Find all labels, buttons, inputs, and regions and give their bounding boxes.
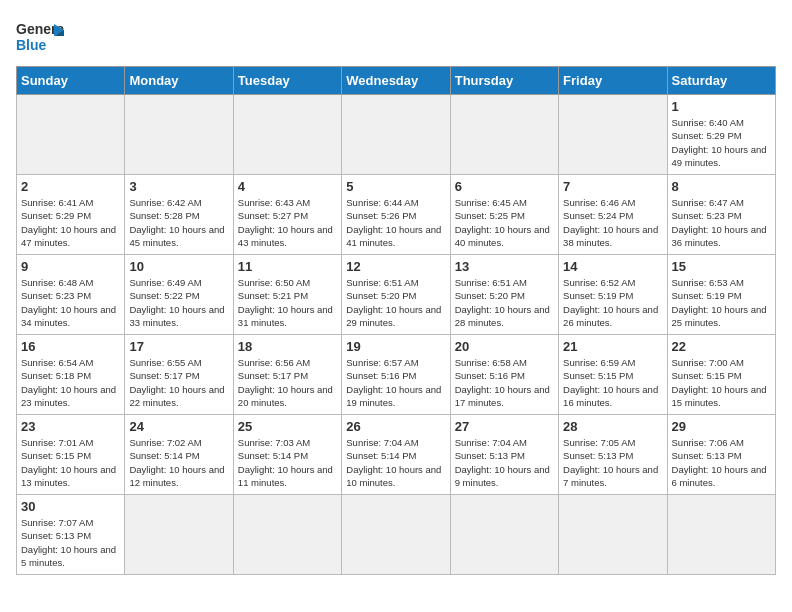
day-info: Sunrise: 6:45 AMSunset: 5:25 PMDaylight:… (455, 196, 554, 249)
day-info: Sunrise: 7:03 AMSunset: 5:14 PMDaylight:… (238, 436, 337, 489)
calendar-cell (450, 95, 558, 175)
day-info: Sunrise: 6:41 AMSunset: 5:29 PMDaylight:… (21, 196, 120, 249)
day-info: Sunrise: 6:59 AMSunset: 5:15 PMDaylight:… (563, 356, 662, 409)
day-number: 14 (563, 259, 662, 274)
calendar-cell: 5Sunrise: 6:44 AMSunset: 5:26 PMDaylight… (342, 175, 450, 255)
calendar-cell: 7Sunrise: 6:46 AMSunset: 5:24 PMDaylight… (559, 175, 667, 255)
day-info: Sunrise: 6:47 AMSunset: 5:23 PMDaylight:… (672, 196, 771, 249)
day-number: 24 (129, 419, 228, 434)
calendar-cell (125, 495, 233, 575)
day-info: Sunrise: 7:04 AMSunset: 5:14 PMDaylight:… (346, 436, 445, 489)
header: General Blue (16, 16, 776, 56)
weekday-thursday: Thursday (450, 67, 558, 95)
weekday-saturday: Saturday (667, 67, 775, 95)
calendar-cell: 21Sunrise: 6:59 AMSunset: 5:15 PMDayligh… (559, 335, 667, 415)
day-info: Sunrise: 6:43 AMSunset: 5:27 PMDaylight:… (238, 196, 337, 249)
day-info: Sunrise: 6:50 AMSunset: 5:21 PMDaylight:… (238, 276, 337, 329)
week-row-5: 23Sunrise: 7:01 AMSunset: 5:15 PMDayligh… (17, 415, 776, 495)
weekday-wednesday: Wednesday (342, 67, 450, 95)
week-row-4: 16Sunrise: 6:54 AMSunset: 5:18 PMDayligh… (17, 335, 776, 415)
day-info: Sunrise: 7:01 AMSunset: 5:15 PMDaylight:… (21, 436, 120, 489)
calendar-cell: 13Sunrise: 6:51 AMSunset: 5:20 PMDayligh… (450, 255, 558, 335)
weekday-monday: Monday (125, 67, 233, 95)
day-number: 21 (563, 339, 662, 354)
weekday-header: SundayMondayTuesdayWednesdayThursdayFrid… (17, 67, 776, 95)
calendar-cell: 6Sunrise: 6:45 AMSunset: 5:25 PMDaylight… (450, 175, 558, 255)
logo-icon: General Blue (16, 16, 64, 56)
day-number: 1 (672, 99, 771, 114)
day-info: Sunrise: 7:02 AMSunset: 5:14 PMDaylight:… (129, 436, 228, 489)
calendar-cell: 24Sunrise: 7:02 AMSunset: 5:14 PMDayligh… (125, 415, 233, 495)
day-number: 26 (346, 419, 445, 434)
day-number: 27 (455, 419, 554, 434)
day-number: 7 (563, 179, 662, 194)
calendar-cell (450, 495, 558, 575)
day-info: Sunrise: 6:56 AMSunset: 5:17 PMDaylight:… (238, 356, 337, 409)
calendar-cell: 15Sunrise: 6:53 AMSunset: 5:19 PMDayligh… (667, 255, 775, 335)
day-number: 6 (455, 179, 554, 194)
week-row-1: 1Sunrise: 6:40 AMSunset: 5:29 PMDaylight… (17, 95, 776, 175)
calendar-body: 1Sunrise: 6:40 AMSunset: 5:29 PMDaylight… (17, 95, 776, 575)
day-info: Sunrise: 7:04 AMSunset: 5:13 PMDaylight:… (455, 436, 554, 489)
week-row-3: 9Sunrise: 6:48 AMSunset: 5:23 PMDaylight… (17, 255, 776, 335)
day-number: 20 (455, 339, 554, 354)
day-info: Sunrise: 6:48 AMSunset: 5:23 PMDaylight:… (21, 276, 120, 329)
calendar-table: SundayMondayTuesdayWednesdayThursdayFrid… (16, 66, 776, 575)
day-info: Sunrise: 6:40 AMSunset: 5:29 PMDaylight:… (672, 116, 771, 169)
day-number: 11 (238, 259, 337, 274)
calendar-cell: 20Sunrise: 6:58 AMSunset: 5:16 PMDayligh… (450, 335, 558, 415)
day-number: 13 (455, 259, 554, 274)
day-info: Sunrise: 6:49 AMSunset: 5:22 PMDaylight:… (129, 276, 228, 329)
week-row-2: 2Sunrise: 6:41 AMSunset: 5:29 PMDaylight… (17, 175, 776, 255)
day-info: Sunrise: 6:53 AMSunset: 5:19 PMDaylight:… (672, 276, 771, 329)
calendar-cell: 22Sunrise: 7:00 AMSunset: 5:15 PMDayligh… (667, 335, 775, 415)
day-number: 29 (672, 419, 771, 434)
calendar-cell: 23Sunrise: 7:01 AMSunset: 5:15 PMDayligh… (17, 415, 125, 495)
day-number: 19 (346, 339, 445, 354)
day-number: 4 (238, 179, 337, 194)
day-info: Sunrise: 6:51 AMSunset: 5:20 PMDaylight:… (455, 276, 554, 329)
calendar-cell: 14Sunrise: 6:52 AMSunset: 5:19 PMDayligh… (559, 255, 667, 335)
calendar-cell: 28Sunrise: 7:05 AMSunset: 5:13 PMDayligh… (559, 415, 667, 495)
week-row-6: 30Sunrise: 7:07 AMSunset: 5:13 PMDayligh… (17, 495, 776, 575)
weekday-friday: Friday (559, 67, 667, 95)
calendar-cell: 30Sunrise: 7:07 AMSunset: 5:13 PMDayligh… (17, 495, 125, 575)
calendar-cell: 27Sunrise: 7:04 AMSunset: 5:13 PMDayligh… (450, 415, 558, 495)
calendar-cell: 1Sunrise: 6:40 AMSunset: 5:29 PMDaylight… (667, 95, 775, 175)
calendar-cell: 17Sunrise: 6:55 AMSunset: 5:17 PMDayligh… (125, 335, 233, 415)
svg-text:Blue: Blue (16, 37, 47, 53)
calendar-cell: 3Sunrise: 6:42 AMSunset: 5:28 PMDaylight… (125, 175, 233, 255)
calendar-cell: 18Sunrise: 6:56 AMSunset: 5:17 PMDayligh… (233, 335, 341, 415)
day-info: Sunrise: 7:06 AMSunset: 5:13 PMDaylight:… (672, 436, 771, 489)
day-number: 16 (21, 339, 120, 354)
day-number: 28 (563, 419, 662, 434)
calendar-cell (559, 495, 667, 575)
day-info: Sunrise: 6:42 AMSunset: 5:28 PMDaylight:… (129, 196, 228, 249)
calendar-cell: 26Sunrise: 7:04 AMSunset: 5:14 PMDayligh… (342, 415, 450, 495)
day-number: 23 (21, 419, 120, 434)
calendar-cell: 16Sunrise: 6:54 AMSunset: 5:18 PMDayligh… (17, 335, 125, 415)
day-info: Sunrise: 7:05 AMSunset: 5:13 PMDaylight:… (563, 436, 662, 489)
day-number: 17 (129, 339, 228, 354)
day-number: 3 (129, 179, 228, 194)
day-info: Sunrise: 6:58 AMSunset: 5:16 PMDaylight:… (455, 356, 554, 409)
day-info: Sunrise: 6:51 AMSunset: 5:20 PMDaylight:… (346, 276, 445, 329)
day-info: Sunrise: 6:55 AMSunset: 5:17 PMDaylight:… (129, 356, 228, 409)
calendar-cell (125, 95, 233, 175)
day-number: 12 (346, 259, 445, 274)
day-info: Sunrise: 6:54 AMSunset: 5:18 PMDaylight:… (21, 356, 120, 409)
calendar-cell (342, 495, 450, 575)
calendar-cell: 12Sunrise: 6:51 AMSunset: 5:20 PMDayligh… (342, 255, 450, 335)
calendar-cell: 8Sunrise: 6:47 AMSunset: 5:23 PMDaylight… (667, 175, 775, 255)
calendar-cell: 9Sunrise: 6:48 AMSunset: 5:23 PMDaylight… (17, 255, 125, 335)
calendar-cell (559, 95, 667, 175)
calendar-cell: 10Sunrise: 6:49 AMSunset: 5:22 PMDayligh… (125, 255, 233, 335)
calendar-cell: 4Sunrise: 6:43 AMSunset: 5:27 PMDaylight… (233, 175, 341, 255)
calendar-cell (667, 495, 775, 575)
calendar-cell: 25Sunrise: 7:03 AMSunset: 5:14 PMDayligh… (233, 415, 341, 495)
day-number: 10 (129, 259, 228, 274)
weekday-sunday: Sunday (17, 67, 125, 95)
day-info: Sunrise: 6:52 AMSunset: 5:19 PMDaylight:… (563, 276, 662, 329)
calendar-cell (342, 95, 450, 175)
calendar-cell (233, 495, 341, 575)
